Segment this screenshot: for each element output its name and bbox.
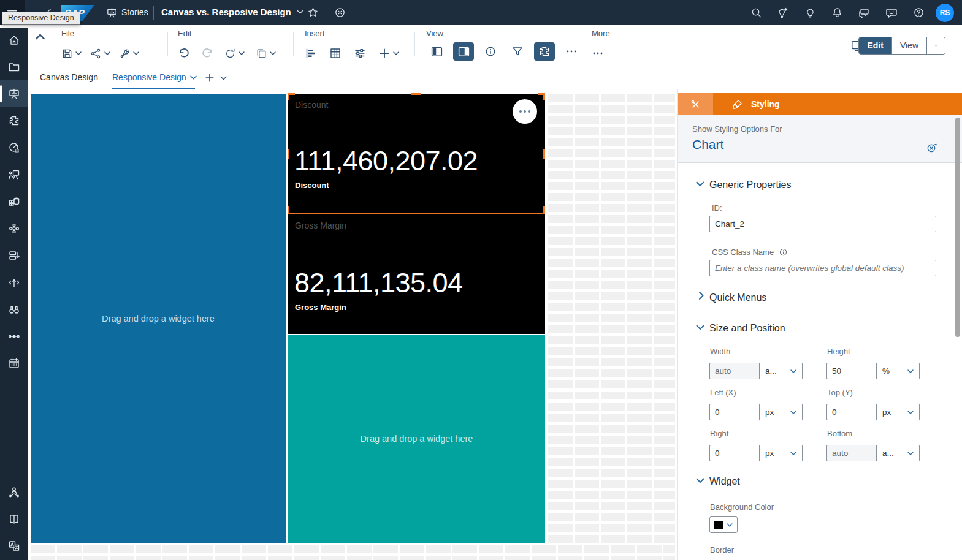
dropzone-widget-blue[interactable]: Drag and drop a widget here — [31, 94, 286, 543]
info-icon[interactable] — [779, 248, 788, 257]
selection-handle-middle-right[interactable] — [543, 149, 545, 159]
mode-edit-button[interactable]: Edit — [859, 37, 891, 54]
styling-tab[interactable]: Styling — [713, 93, 962, 115]
section-generic-properties: Generic Properties — [709, 180, 791, 191]
left-x-unit-select[interactable]: px — [760, 404, 803, 420]
sidebar-item-modeler[interactable] — [0, 215, 28, 242]
dropzone-widget-teal[interactable]: Drag and drop a widget here — [288, 335, 545, 543]
sidebar-item-home[interactable] — [0, 26, 28, 53]
favorite-button[interactable] — [307, 7, 319, 18]
ellipsis-icon — [592, 47, 604, 59]
refresh-button[interactable] — [224, 48, 245, 59]
tab-canvas-design[interactable]: Canvas Design — [40, 72, 98, 82]
nodes-icon — [8, 330, 20, 342]
selection-handle-middle-left[interactable] — [288, 149, 289, 159]
quick-menus-expand[interactable] — [699, 292, 704, 300]
feedback-button[interactable] — [885, 7, 898, 19]
sidebar-item-content-network[interactable] — [0, 242, 28, 269]
sidebar-item-analytic-applications[interactable] — [0, 107, 28, 134]
chevron-down-icon — [297, 10, 303, 14]
mode-dropdown-button[interactable] — [926, 37, 945, 54]
story-title-menu[interactable]: Canvas vs. Resposive Design — [161, 7, 303, 17]
ai-assistant-button[interactable] — [777, 7, 788, 18]
details-button[interactable] — [480, 42, 501, 61]
filter-button[interactable] — [507, 42, 528, 61]
selection-handle-top-left[interactable] — [288, 93, 289, 100]
more-options-button[interactable] — [592, 47, 604, 59]
notifications-button[interactable] — [831, 7, 843, 18]
panel-scrollbar-thumb[interactable] — [955, 118, 960, 337]
insights-button[interactable] — [804, 7, 816, 18]
selection-handle-top-right[interactable] — [543, 93, 545, 100]
right-unit-select[interactable]: px — [760, 445, 803, 461]
right-input[interactable] — [709, 445, 760, 461]
id-input[interactable] — [709, 216, 936, 232]
size-position-collapse[interactable] — [696, 325, 704, 330]
tab-responsive-design[interactable]: Responsive Design — [112, 72, 197, 82]
insert-table-button[interactable] — [329, 47, 342, 59]
bottom-input[interactable] — [826, 445, 877, 461]
sidebar-item-files[interactable] — [0, 53, 28, 80]
redo-button[interactable] — [201, 47, 213, 59]
kpi-label: Discount — [295, 181, 329, 190]
kpi-tile-gross-margin[interactable]: Gross Margin 82,111,135.04 Gross Margin — [288, 214, 545, 334]
sidebar-item-boardroom[interactable] — [0, 161, 28, 188]
star-icon — [307, 7, 319, 18]
sidebar-item-connections[interactable] — [0, 323, 28, 350]
left-x-input[interactable] — [709, 404, 760, 420]
copy-button[interactable] — [256, 48, 276, 59]
save-button[interactable] — [61, 48, 82, 59]
clear-selection-button[interactable] — [926, 142, 937, 154]
sidebar-item-stories[interactable] — [0, 80, 28, 107]
discussions-button[interactable] — [858, 7, 870, 19]
search-button[interactable] — [750, 7, 762, 18]
widget-section-collapse[interactable] — [696, 478, 704, 483]
width-input[interactable] — [709, 363, 760, 379]
insert-input-control-button[interactable] — [354, 47, 366, 59]
top-y-input[interactable] — [826, 404, 877, 420]
selection-handle-top-center[interactable] — [411, 93, 421, 95]
tools-button[interactable] — [119, 48, 139, 59]
left-panel-toggle[interactable] — [426, 42, 447, 61]
height-unit-select[interactable]: % — [877, 363, 920, 379]
insert-chart-button[interactable] — [305, 47, 317, 59]
collapse-toolbar-button[interactable] — [36, 34, 45, 40]
height-label: Height — [827, 347, 850, 356]
sidebar-item-calendar[interactable] — [0, 350, 28, 377]
sidebar-item-catalog[interactable] — [0, 505, 28, 532]
undo-button[interactable] — [178, 47, 190, 59]
insert-more-button[interactable] — [378, 47, 399, 59]
sidebar-item-datasets[interactable] — [0, 188, 28, 215]
right-panel-toggle[interactable] — [453, 42, 474, 61]
add-page-dropdown[interactable] — [220, 76, 227, 80]
view-more-button[interactable] — [561, 42, 582, 61]
help-button[interactable] — [913, 7, 925, 18]
sidebar-item-data-analyzer[interactable] — [0, 134, 28, 161]
sidebar-item-security[interactable] — [0, 479, 28, 505]
widgets-panel-toggle[interactable] — [534, 42, 555, 61]
generic-properties-collapse[interactable] — [696, 181, 704, 187]
add-page-button[interactable] — [204, 72, 215, 83]
side-navigation — [0, 28, 28, 560]
group-label-file: File — [61, 29, 139, 38]
width-unit-select[interactable]: a... — [760, 363, 803, 379]
background-color-picker[interactable] — [709, 516, 738, 533]
builder-tab[interactable] — [678, 93, 713, 115]
top-y-unit-select[interactable]: px — [877, 404, 920, 420]
folder-icon — [8, 61, 20, 73]
css-class-input[interactable] — [709, 260, 936, 276]
close-story-button[interactable] — [334, 7, 346, 18]
shell-bar: SAP Stories Canvas vs. Resposive Design — [0, 0, 962, 25]
user-avatar[interactable]: RS — [936, 4, 954, 22]
sidebar-item-translation[interactable] — [0, 532, 28, 559]
widget-more-actions-button[interactable] — [513, 99, 537, 124]
sidebar-item-explorer[interactable] — [0, 296, 28, 323]
bottom-unit-select[interactable]: a... — [877, 445, 920, 461]
selection-edge-bottom[interactable] — [288, 213, 545, 214]
mode-view-button[interactable]: View — [891, 37, 926, 54]
sidebar-item-transport[interactable] — [0, 269, 28, 296]
kpi-tile-discount[interactable]: Discount 111,460,207.02 Discount — [288, 94, 545, 214]
share-button[interactable] — [90, 48, 110, 59]
chevron-down-icon — [270, 51, 276, 55]
height-input[interactable] — [826, 363, 877, 379]
